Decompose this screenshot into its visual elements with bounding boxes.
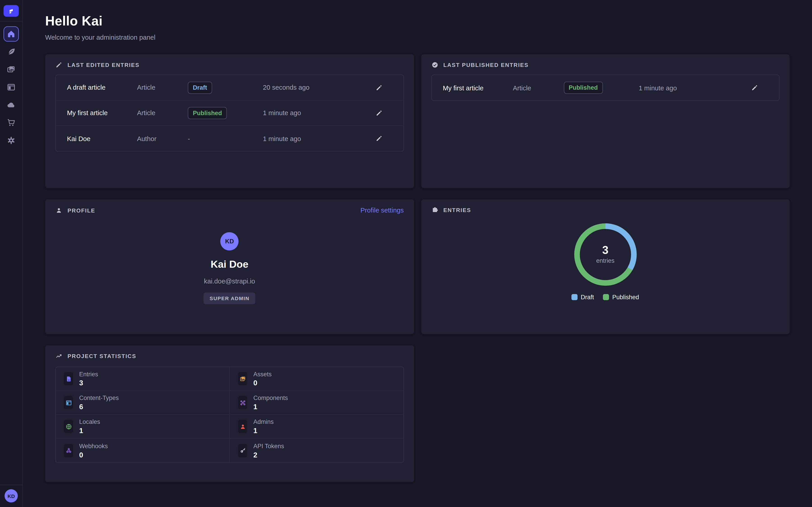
status-empty: - (188, 134, 190, 142)
sidebar-item-home[interactable] (4, 26, 19, 42)
entry-time: 20 seconds ago (263, 83, 360, 91)
stat-label: Components (253, 395, 288, 402)
key-icon (238, 444, 247, 457)
stat-entries: Entries 3 (56, 367, 230, 391)
entries-count-label: entries (596, 257, 614, 264)
card-title: ENTRIES (443, 207, 471, 213)
card-header: LAST PUBLISHED ENTRIES (431, 61, 779, 68)
avatar: KD (220, 232, 239, 250)
stat-label: Admins (253, 418, 273, 426)
edit-pencil-button[interactable] (360, 84, 398, 91)
entry-time: 1 minute ago (263, 134, 360, 142)
page-title: Hello Kai (45, 13, 790, 29)
status-badge: Published (188, 107, 227, 119)
strapi-logo[interactable] (4, 5, 19, 17)
sidebar-nav (4, 26, 19, 148)
widgets-grid: LAST EDITED ENTRIES A draft article Arti… (45, 54, 790, 482)
stat-label: Webhooks (79, 442, 108, 450)
file-icon (64, 372, 73, 386)
entries-count: 3 (602, 245, 609, 256)
edit-pencil-button[interactable] (360, 135, 398, 142)
edit-pencil-button[interactable] (360, 109, 398, 116)
gear-icon (6, 136, 16, 145)
profile-name: Kai Doe (211, 259, 249, 270)
trend-up-icon (55, 352, 62, 360)
globe-icon (64, 420, 73, 433)
entry-name: A draft article (67, 83, 137, 91)
cloud-icon (6, 101, 16, 110)
entry-type: Article (513, 84, 564, 92)
last-edited-entries-card: LAST EDITED ENTRIES A draft article Arti… (45, 54, 414, 188)
card-header: PROJECT STATISTICS (55, 352, 404, 360)
profile-body: KD Kai Doe kai.doe@strapi.io SUPER ADMIN (55, 214, 404, 304)
cart-icon (6, 118, 16, 127)
edit-pencil-button[interactable] (735, 84, 774, 92)
home-icon (6, 30, 16, 39)
sidebar-item-deploy[interactable] (4, 97, 19, 113)
stat-value: 1 (253, 403, 288, 411)
puzzle-icon (431, 207, 438, 214)
images-icon (6, 65, 16, 74)
webhook-icon (64, 444, 73, 457)
stat-value: 0 (253, 379, 271, 387)
legend-swatch-draft (571, 294, 578, 300)
stat-label: API Tokens (253, 442, 284, 450)
components-icon (238, 396, 247, 409)
sidebar-item-content-manager[interactable] (4, 44, 19, 59)
stat-label: Entries (79, 371, 98, 378)
sidebar-item-marketplace[interactable] (4, 115, 19, 130)
stat-locales: Locales 1 (56, 415, 230, 439)
sidebar-item-content-type-builder[interactable] (4, 79, 19, 95)
table-row: Kai Doe Author - 1 minute ago (56, 126, 403, 151)
stat-value: 3 (79, 379, 98, 387)
stat-value: 1 (253, 426, 273, 435)
card-title: PROFILE (67, 207, 95, 213)
entry-name: My first article (67, 109, 137, 117)
strapi-logo-icon (7, 7, 15, 15)
stat-api-tokens: API Tokens 2 (230, 439, 403, 462)
profile-card: PROFILE Profile settings KD Kai Doe kai.… (45, 199, 414, 334)
sidebar-item-settings[interactable] (4, 133, 19, 148)
strapi-admin-dashboard: KD Hello Kai Welcome to your administrat… (0, 0, 812, 507)
profile-settings-link[interactable]: Profile settings (360, 207, 404, 214)
card-title: LAST PUBLISHED ENTRIES (443, 62, 528, 68)
last-published-entries-card: LAST PUBLISHED ENTRIES My first article … (421, 54, 790, 188)
sidebar-divider (0, 21, 22, 22)
card-header: PROFILE Profile settings (55, 207, 404, 214)
sidebar-item-media-library[interactable] (4, 62, 19, 77)
profile-email: kai.doe@strapi.io (204, 277, 255, 285)
legend-label: Published (612, 294, 639, 301)
entry-time: 1 minute ago (263, 109, 360, 117)
page-subtitle: Welcome to your administration panel (45, 34, 790, 41)
sidebar-divider-bottom (0, 485, 22, 485)
card-header: LAST EDITED ENTRIES (55, 61, 404, 68)
table-row: A draft article Article Draft 20 seconds… (56, 75, 403, 101)
pictures-icon (238, 372, 247, 386)
last-published-entries-table: My first article Article Published 1 min… (431, 74, 779, 101)
person-icon (55, 207, 62, 214)
table-row: My first article Article Published 1 min… (432, 75, 779, 101)
table-row: My first article Article Published 1 min… (56, 101, 403, 126)
legend-swatch-published (603, 294, 609, 300)
stat-label: Assets (253, 371, 271, 378)
pencil-icon (55, 61, 62, 68)
check-circle-icon (431, 61, 438, 68)
entry-name: My first article (443, 84, 513, 92)
project-statistics-table: Entries 3 Assets 0 (55, 367, 404, 463)
stat-value: 0 (79, 450, 108, 459)
status-badge: Draft (188, 81, 212, 94)
legend-item-published: Published (603, 294, 639, 301)
stat-components: Components 1 (230, 391, 403, 415)
sidebar: KD (0, 0, 23, 507)
role-badge: SUPER ADMIN (203, 292, 255, 304)
entries-chart-area: 3 entries Draft Published (431, 213, 779, 300)
chart-legend: Draft Published (571, 294, 639, 301)
entry-type: Article (137, 83, 188, 91)
stat-label: Locales (79, 418, 100, 426)
entry-type: Article (137, 109, 188, 117)
stat-value: 1 (79, 426, 100, 435)
main-content: Hello Kai Welcome to your administration… (23, 0, 812, 507)
stat-content-types: Content-Types 6 (56, 391, 230, 415)
sidebar-user-avatar[interactable]: KD (4, 489, 18, 503)
user-icon (238, 420, 247, 433)
